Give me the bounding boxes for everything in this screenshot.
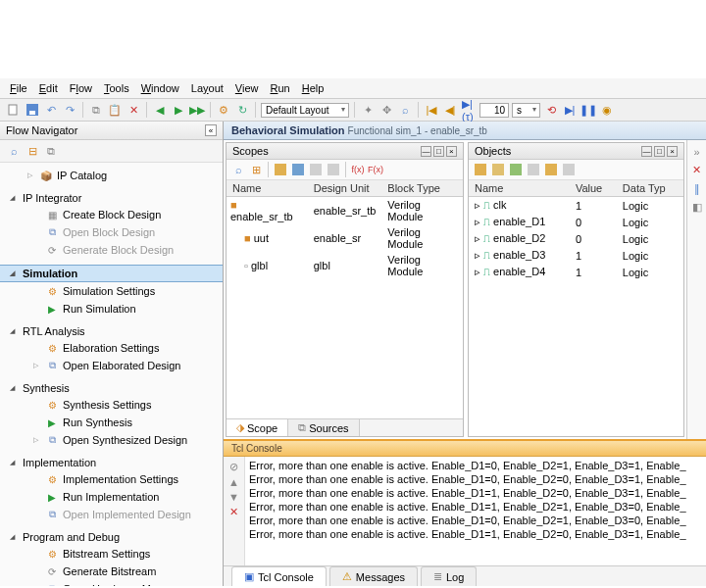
nav-item-open-hardware-manager[interactable]: ▷⧉Open Hardware Manager xyxy=(0,580,223,586)
strip-arrow-icon[interactable]: » xyxy=(693,146,699,158)
restart-icon[interactable]: ⟲ xyxy=(543,102,559,118)
objects-row[interactable]: ▹ ⎍ clk1Logic xyxy=(469,197,683,215)
max-icon[interactable]: □ xyxy=(433,146,444,157)
pointer-icon[interactable]: ✥ xyxy=(378,102,394,118)
nav-item-create-block-design[interactable]: ▦Create Block Design xyxy=(0,206,223,223)
scopes-row[interactable]: ▫ glblglblVerilog Module xyxy=(227,252,463,279)
scopes-col-du[interactable]: Design Unit xyxy=(308,180,382,197)
btab-messages[interactable]: ⚠Messages xyxy=(329,566,418,586)
obj-btn4-icon[interactable] xyxy=(526,162,541,177)
scopes-row[interactable]: ■ enable_sr_tbenable_sr_tbVerilog Module xyxy=(227,197,463,225)
nav-item-run-synthesis[interactable]: ▶Run Synthesis xyxy=(0,414,223,431)
nav-item-open-block-design[interactable]: ⧉Open Block Design xyxy=(0,223,223,241)
scopes-col-name[interactable]: Name xyxy=(227,180,308,197)
strip-item-icon[interactable]: ‖ xyxy=(694,182,700,195)
obj-col-name[interactable]: Name xyxy=(469,180,570,197)
run-back-icon[interactable]: ◀ xyxy=(152,102,168,118)
min-icon[interactable]: — xyxy=(421,146,431,157)
menu-edit[interactable]: Edit xyxy=(39,82,58,94)
cancel-icon[interactable]: ✕ xyxy=(126,102,141,118)
save-icon[interactable] xyxy=(25,102,40,118)
scopes-btn3-icon[interactable] xyxy=(308,162,324,177)
menu-file[interactable]: File xyxy=(10,82,27,94)
nav-group-synthesis[interactable]: Synthesis xyxy=(0,380,223,396)
nav-search-icon[interactable]: ⌕ xyxy=(6,143,22,159)
gutter-up-icon[interactable]: ▲ xyxy=(228,476,239,488)
scopes-btn2-icon[interactable] xyxy=(290,162,306,177)
objects-row[interactable]: ▹ ⎍ enable_D41Logic xyxy=(469,264,683,280)
nav-collapse-icon[interactable]: « xyxy=(205,124,217,136)
scopes-btn4-icon[interactable] xyxy=(326,162,341,177)
nav-expand-icon[interactable]: ⧉ xyxy=(43,143,59,159)
nav-item-open-elaborated-design[interactable]: ▷⧉Open Elaborated Design xyxy=(0,357,223,374)
btab-tcl[interactable]: ▣Tcl Console xyxy=(231,566,327,586)
nav-item-run-simulation[interactable]: ▶Run Simulation xyxy=(0,300,223,318)
menu-tools[interactable]: Tools xyxy=(104,82,129,94)
run-icon[interactable]: ▶ xyxy=(171,102,186,118)
new-icon[interactable] xyxy=(6,102,22,118)
nav-item-bitstream-settings[interactable]: ⚙Bitstream Settings xyxy=(0,545,223,563)
find-icon[interactable]: ⌕ xyxy=(397,102,413,118)
menu-flow[interactable]: Flow xyxy=(70,82,92,94)
tab-scope[interactable]: ⬗Scope xyxy=(227,419,288,436)
nav-item-open-implemented-design[interactable]: ⧉Open Implemented Design xyxy=(0,506,223,523)
strip-item2-icon[interactable]: ◧ xyxy=(692,201,702,214)
obj-btn2-icon[interactable] xyxy=(490,162,506,177)
nav-group-rtl[interactable]: RTL Analysis xyxy=(0,323,223,339)
step-first-icon[interactable]: |◀ xyxy=(424,102,439,118)
obj-btn3-icon[interactable] xyxy=(508,162,524,177)
time-unit-combo[interactable]: s xyxy=(512,103,540,118)
step-back-icon[interactable]: ◀| xyxy=(442,102,458,118)
gutter-clear-icon[interactable]: ⊘ xyxy=(229,461,238,473)
objects-row[interactable]: ▹ ⎍ enable_D20Logic xyxy=(469,230,683,247)
scopes-fx-icon[interactable]: f(x) xyxy=(350,162,366,177)
btab-log[interactable]: ≣Log xyxy=(421,566,477,586)
menu-layout[interactable]: Layout xyxy=(191,82,224,94)
break-icon[interactable]: ◉ xyxy=(599,102,615,118)
obj-max-icon[interactable]: □ xyxy=(654,146,665,157)
obj-col-val[interactable]: Value xyxy=(570,180,617,197)
menu-run[interactable]: Run xyxy=(271,82,290,94)
menu-help[interactable]: Help xyxy=(302,82,325,94)
nav-item-generate-bitstream[interactable]: ⟳Generate Bitstream xyxy=(0,563,223,580)
nav-item-generate-block-design[interactable]: ⟳Generate Block Design xyxy=(0,241,223,259)
menu-view[interactable]: View xyxy=(235,82,259,94)
scopes-btn1-icon[interactable] xyxy=(273,162,288,177)
scopes-search-icon[interactable]: ⌕ xyxy=(230,162,246,177)
pause-icon[interactable]: ❚❚ xyxy=(580,102,596,118)
nav-collapse-all-icon[interactable]: ⊟ xyxy=(25,143,40,159)
paste-icon[interactable]: 📋 xyxy=(107,102,123,118)
nav-item-implementation-settings[interactable]: ⚙Implementation Settings xyxy=(0,470,223,488)
nav-group-program[interactable]: Program and Debug xyxy=(0,529,223,545)
redo-icon[interactable]: ↷ xyxy=(62,102,77,118)
obj-col-dt[interactable]: Data Typ xyxy=(617,180,683,197)
nav-item-simulation-settings[interactable]: ⚙Simulation Settings xyxy=(0,282,223,300)
menu-window[interactable]: Window xyxy=(141,82,179,94)
nav-item-elaboration-settings[interactable]: ⚙Elaboration Settings xyxy=(0,339,223,357)
obj-close-icon[interactable]: × xyxy=(667,146,678,157)
scopes-row[interactable]: ■ uutenable_srVerilog Module xyxy=(227,224,463,252)
refresh-icon[interactable]: ↻ xyxy=(234,102,250,118)
obj-btn5-icon[interactable] xyxy=(543,162,559,177)
nav-item-synthesis-settings[interactable]: ⚙Synthesis Settings xyxy=(0,396,223,414)
nav-item-open-synthesized-design[interactable]: ▷⧉Open Synthesized Design xyxy=(0,431,223,449)
copy-icon[interactable]: ⧉ xyxy=(88,102,104,118)
gutter-down-icon[interactable]: ▼ xyxy=(228,491,239,503)
step-last-icon[interactable]: ▶| xyxy=(562,102,578,118)
obj-btn1-icon[interactable] xyxy=(473,162,488,177)
nav-group-ip-integrator[interactable]: IP Integrator xyxy=(0,190,223,206)
layout-combo[interactable]: Default Layout xyxy=(261,103,349,118)
obj-btn6-icon[interactable] xyxy=(561,162,577,177)
undo-icon[interactable]: ↶ xyxy=(43,102,59,118)
scopes-fx2-icon[interactable]: F(x) xyxy=(368,162,383,177)
time-value-input[interactable]: 10 xyxy=(479,103,509,118)
strip-close-icon[interactable]: ✕ xyxy=(692,164,701,176)
run-all-icon[interactable]: ▶▶ xyxy=(189,102,205,118)
gutter-stop-icon[interactable]: ✕ xyxy=(229,506,238,518)
wand-icon[interactable]: ✦ xyxy=(360,102,376,118)
console-output[interactable]: Error, more than one enable is active. E… xyxy=(245,457,706,565)
nav-group-simulation[interactable]: Simulation xyxy=(0,265,223,282)
nav-item-run-implementation[interactable]: ▶Run Implementation xyxy=(0,488,223,506)
nav-group-implementation[interactable]: Implementation xyxy=(0,455,223,470)
scopes-col-bt[interactable]: Block Type xyxy=(381,180,463,197)
